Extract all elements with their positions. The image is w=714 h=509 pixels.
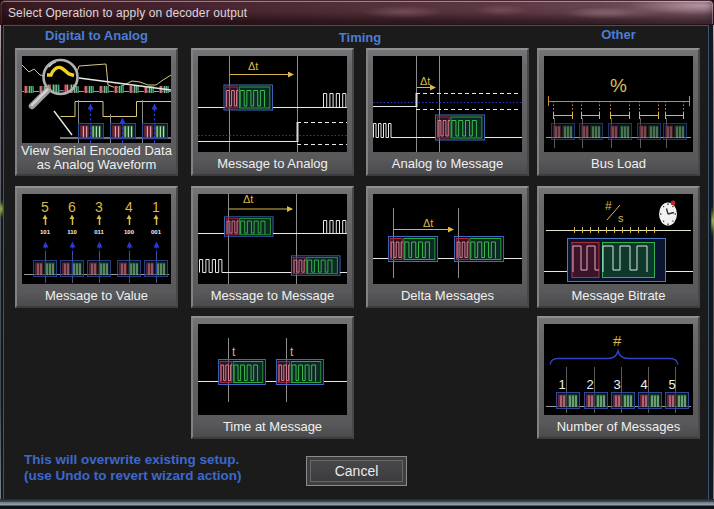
svg-text:5: 5 bbox=[668, 377, 675, 392]
svg-text:110: 110 bbox=[67, 229, 77, 235]
svg-text:t: t bbox=[232, 345, 236, 359]
svg-text:011: 011 bbox=[94, 229, 104, 235]
svg-text:101: 101 bbox=[40, 229, 51, 235]
svg-text:4: 4 bbox=[125, 199, 133, 215]
svg-text:4: 4 bbox=[640, 377, 647, 392]
svg-text:Δt: Δt bbox=[248, 60, 258, 72]
svg-text:2: 2 bbox=[586, 377, 593, 392]
svg-text:s: s bbox=[618, 212, 624, 224]
svg-text:t: t bbox=[290, 345, 294, 359]
svg-text:3: 3 bbox=[95, 199, 103, 215]
svg-text:#: # bbox=[605, 199, 612, 213]
svg-text:Δt: Δt bbox=[243, 194, 253, 205]
svg-text:6: 6 bbox=[68, 199, 76, 215]
svg-text:%: % bbox=[610, 75, 627, 96]
svg-text:1: 1 bbox=[152, 199, 160, 215]
svg-text:3: 3 bbox=[613, 377, 620, 392]
svg-text:#: # bbox=[613, 332, 622, 349]
svg-text:100: 100 bbox=[124, 229, 135, 235]
svg-text:1: 1 bbox=[558, 377, 565, 392]
svg-text:Δt: Δt bbox=[420, 75, 430, 87]
svg-text:Δt: Δt bbox=[423, 217, 433, 229]
svg-text:001: 001 bbox=[151, 229, 162, 235]
svg-text:5: 5 bbox=[41, 199, 49, 215]
